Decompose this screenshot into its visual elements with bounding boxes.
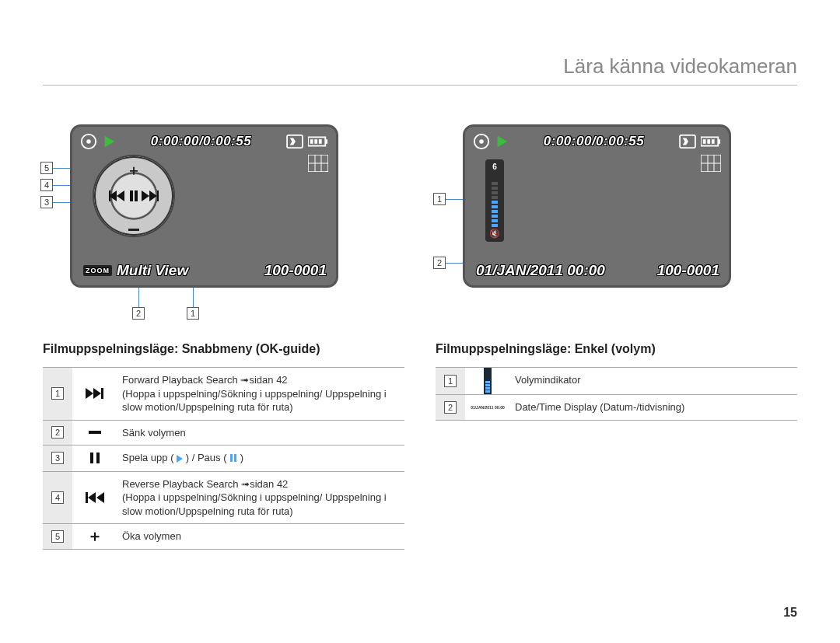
media-icon bbox=[473, 133, 490, 150]
battery-full-icon bbox=[701, 135, 721, 148]
plus-icon: ＋ bbox=[127, 161, 141, 180]
svg-marker-21 bbox=[149, 190, 157, 201]
svg-rect-8 bbox=[314, 139, 317, 144]
multi-view-icon bbox=[701, 155, 721, 172]
table-row: 2 01/JAN/2011 00:00 Date/Time Display (D… bbox=[436, 395, 797, 421]
battery-full-icon bbox=[308, 135, 328, 148]
section-b-title: Filmuppspelningsläge: Enkel (volym) bbox=[436, 342, 797, 356]
svg-marker-30 bbox=[96, 492, 104, 503]
svg-rect-6 bbox=[325, 139, 327, 144]
svg-rect-28 bbox=[86, 492, 88, 503]
svg-rect-40 bbox=[712, 139, 715, 144]
svg-rect-39 bbox=[707, 139, 710, 144]
svg-rect-9 bbox=[319, 139, 322, 144]
svg-marker-29 bbox=[88, 492, 96, 503]
play-icon bbox=[495, 135, 509, 149]
ok-dpad: ＋ bbox=[94, 156, 173, 236]
memory-card-icon bbox=[286, 135, 303, 149]
svg-rect-19 bbox=[135, 190, 138, 201]
datetime-display: 01/JAN/2011 00:00 bbox=[476, 262, 605, 279]
fast-forward-icon bbox=[86, 388, 104, 399]
callout-3: 3 bbox=[40, 196, 53, 208]
pause-icon bbox=[129, 190, 138, 201]
legend-b: 1 Volymindikator 2 01/JAN/2011 00:00 Dat… bbox=[436, 367, 797, 421]
legend-a: 1 Forward Playback Search ➟sidan 42(Hopp… bbox=[43, 367, 404, 550]
pause-icon bbox=[89, 453, 100, 463]
svg-marker-23 bbox=[86, 388, 93, 399]
media-icon bbox=[80, 133, 97, 150]
svg-rect-26 bbox=[90, 453, 93, 463]
plus-icon: ＋ bbox=[87, 526, 103, 547]
section-a-title: Filmuppspelningsläge: Snabbmeny (OK-guid… bbox=[43, 342, 404, 356]
timecode: 0:00:00/0:00:55 bbox=[513, 134, 674, 149]
zoom-tag: ZOOM bbox=[83, 265, 112, 276]
play-icon bbox=[177, 455, 183, 463]
svg-marker-35 bbox=[683, 138, 688, 145]
svg-marker-20 bbox=[142, 190, 149, 201]
callout-1: 1 bbox=[187, 307, 199, 320]
minus-icon bbox=[89, 431, 101, 434]
svg-rect-22 bbox=[157, 190, 159, 201]
svg-point-1 bbox=[86, 139, 91, 144]
svg-rect-17 bbox=[109, 190, 110, 201]
play-icon bbox=[102, 135, 116, 149]
table-row: 1 Forward Playback Search ➟sidan 42(Hopp… bbox=[43, 368, 404, 421]
svg-marker-33 bbox=[498, 136, 508, 147]
speaker-icon: 🔇 bbox=[489, 229, 500, 239]
pause-icon bbox=[229, 452, 237, 466]
svg-rect-18 bbox=[130, 190, 133, 201]
svg-marker-2 bbox=[105, 136, 115, 147]
svg-rect-7 bbox=[310, 139, 313, 144]
svg-rect-38 bbox=[703, 139, 706, 144]
datetime-mini-icon: 01/JAN/2011 00:00 bbox=[471, 405, 505, 410]
svg-rect-37 bbox=[718, 139, 720, 144]
rewind-icon bbox=[86, 492, 104, 503]
callout-2: 2 bbox=[132, 307, 145, 320]
multi-view-icon: F bbox=[308, 155, 328, 172]
memory-card-icon bbox=[679, 135, 696, 149]
callout-1: 1 bbox=[433, 193, 446, 205]
table-row: 4 Reverse Playback Search ➟sidan 42(Hopp… bbox=[43, 472, 404, 525]
file-number: 100-0001 bbox=[264, 262, 327, 279]
rewind-icon bbox=[109, 190, 126, 201]
timecode: 0:00:00/0:00:55 bbox=[121, 134, 282, 149]
svg-marker-16 bbox=[117, 190, 124, 201]
minus-icon bbox=[128, 229, 139, 231]
svg-point-32 bbox=[479, 139, 484, 144]
volume-indicator: 6 🔇 bbox=[485, 159, 504, 242]
volume-indicator-icon bbox=[484, 368, 492, 394]
table-row: 1 Volymindikator bbox=[436, 368, 797, 395]
table-row: 2 Sänk volymen bbox=[43, 421, 404, 446]
svg-rect-27 bbox=[96, 453, 100, 463]
callout-5: 5 bbox=[40, 162, 53, 174]
table-row: 3 Spela upp ( ) / Paus ( ) bbox=[43, 446, 404, 471]
playback-screen-shortcut: 5 4 3 2 1 0:00:00/0:00:55 bbox=[70, 124, 404, 288]
svg-marker-4 bbox=[290, 138, 296, 145]
svg-text:F: F bbox=[325, 169, 328, 172]
page-title: Lära känna videokameran bbox=[43, 54, 797, 86]
file-number: 100-0001 bbox=[657, 262, 719, 279]
svg-rect-25 bbox=[101, 388, 103, 399]
callout-4: 4 bbox=[40, 179, 53, 191]
callout-2: 2 bbox=[433, 257, 446, 269]
page-number: 15 bbox=[783, 606, 797, 620]
multi-view-label: Multi View bbox=[117, 262, 188, 279]
fast-forward-icon bbox=[142, 190, 159, 201]
svg-marker-24 bbox=[93, 388, 101, 399]
playback-screen-volume: 1 2 0:00:00/0:00:55 6 bbox=[463, 124, 797, 288]
table-row: 5 ＋ Öka volymen bbox=[43, 524, 404, 550]
